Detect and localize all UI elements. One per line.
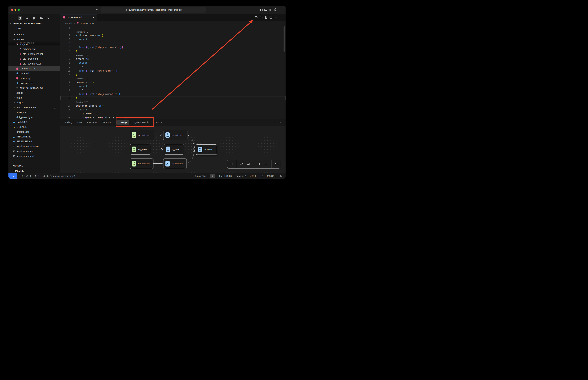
close-tab-icon[interactable] (92, 16, 95, 19)
lineage-node-stg-payments[interactable]: MDLstg_payments (163, 158, 187, 169)
tab-customers-sql[interactable]: customers.sql (61, 14, 97, 20)
tree-item-requirements-dev-txt[interactable]: requirements-dev.txt (8, 144, 60, 149)
tree-item-state[interactable]: state (8, 95, 60, 100)
minus-icon[interactable] (265, 163, 268, 166)
cursor-position-status[interactable]: Ln 16, Col 3 (219, 175, 232, 177)
tree-item-readme-md[interactable]: README.md (8, 134, 60, 139)
code-line-10[interactable]: 10 from {{ ref('stg_orders') }} (61, 69, 286, 73)
code-line-16[interactable]: 16), (61, 96, 286, 100)
lineage-node-raw-customers[interactable]: SEDraw_customers (130, 130, 154, 140)
activity-debug-button[interactable] (39, 16, 43, 20)
layout-split-icon[interactable] (269, 8, 272, 12)
code-line-8[interactable]: 8 select (61, 61, 286, 65)
lineage-canvas[interactable]: SEDraw_customersMDLstg_customersSEDraw_o… (61, 126, 286, 173)
code-line-12[interactable]: 12payments as ( (61, 80, 286, 84)
code-line-19[interactable]: 19 customer_id, (61, 112, 286, 116)
tree-item-dbt-project-yml[interactable]: dbt_project.yml (8, 115, 60, 120)
ports-status[interactable]: 0 (34, 175, 39, 177)
split-icon[interactable] (269, 16, 272, 19)
code-line-18[interactable]: 18 select (61, 108, 286, 112)
breadcrumb-file[interactable]: customers.sql (80, 22, 94, 24)
zoom-window-button[interactable] (18, 9, 20, 11)
lineage-node-stg-customers[interactable]: MDLstg_customers (163, 130, 187, 140)
tree-item-print-full-refresh-sql[interactable]: print_full_refresh._sql_ (8, 86, 60, 91)
language-mode-status[interactable]: MS SQL (267, 175, 276, 177)
code-line-15[interactable]: 15 from {{ ref('stg_payments') }} (61, 92, 286, 96)
activity-chevron-down-button[interactable] (46, 16, 51, 20)
eye-icon[interactable] (247, 163, 250, 166)
zoom-indicator[interactable] (210, 174, 215, 178)
notifications-bell[interactable] (280, 175, 283, 177)
tree-item-user-yml[interactable]: .user.yml (8, 110, 60, 115)
more-icon[interactable] (274, 16, 277, 19)
indentation-status[interactable]: Spaces: 2 (236, 175, 246, 177)
section-timeline[interactable]: TIMELINE (8, 168, 60, 173)
tree-item-env-conformance[interactable]: $.env.conformance (8, 105, 60, 110)
codelens-preview-cte[interactable]: Preview CTE (61, 77, 286, 80)
layout-sidebar-icon[interactable] (259, 8, 263, 12)
dbt-extension-status[interactable]: dbt Extension (unregistered) (42, 175, 75, 177)
codelens-preview-cte[interactable]: Preview CTE (61, 54, 286, 57)
panel-tab-output[interactable]: Output (155, 121, 162, 124)
code-line-7[interactable]: 7orders as ( (61, 57, 286, 61)
dbt-icon[interactable] (255, 16, 258, 19)
breadcrumb-folder[interactable]: models (65, 22, 72, 24)
tree-item-profiles-yml[interactable]: profiles.yml (8, 130, 60, 134)
lineage-node-stg-orders[interactable]: MDLstg_orders (164, 144, 184, 154)
activity-files-button[interactable] (18, 16, 22, 20)
code-line-20[interactable]: 20 min(order_date) as first_order, (61, 116, 286, 119)
code-line-2[interactable]: 2with customers as ( (61, 34, 286, 38)
close-window-button[interactable] (11, 9, 13, 11)
code-line-5[interactable]: 5 from {{ ref('stg_customers') }} (61, 45, 286, 49)
tree-item-models[interactable]: models (8, 37, 60, 42)
code-line-13[interactable]: 13 select (61, 84, 286, 89)
panel-tab-query-results[interactable]: Query Results (135, 121, 150, 124)
encoding-status[interactable]: UTF-8 (250, 175, 257, 177)
lineage-node-raw-orders[interactable]: SEDraw_orders (130, 144, 151, 154)
editor-scrollbar[interactable] (284, 26, 285, 52)
problems-status[interactable]: 0 0 (20, 175, 31, 177)
search-icon[interactable] (230, 163, 233, 166)
code-line-17[interactable]: 17customer_orders as ( (61, 104, 286, 108)
gear-icon[interactable] (274, 8, 277, 12)
tree-item-docs-md[interactable]: docs.md (8, 71, 60, 76)
tree-item-release-md[interactable]: RELEASE.md (8, 139, 60, 144)
panel-tab-terminal[interactable]: Terminal (102, 121, 111, 124)
tree-item-requirements-in[interactable]: requirements.in (8, 149, 60, 154)
code-line-9[interactable]: 9 * (61, 65, 286, 69)
back-icon[interactable] (96, 8, 99, 11)
code-line-6[interactable]: 6), (61, 49, 286, 54)
refresh-icon[interactable] (275, 163, 278, 166)
tree-item-dockerfile[interactable]: Dockerfile (8, 120, 60, 125)
query-preview-icon[interactable] (264, 16, 267, 19)
tree-item-stg-customers-sql[interactable]: stg_customers.sql (8, 52, 60, 57)
activity-source-control-button[interactable] (32, 16, 37, 20)
tree-item-schema-yml[interactable]: schema.yml (8, 47, 60, 52)
tree-root-jaffle-shop-duckdb[interactable]: JAFFLE_SHOP_DUCKDB (8, 21, 60, 26)
plus-icon[interactable] (258, 163, 261, 166)
command-center-search[interactable]: [Extension Development Host] jaffle_shop… (101, 7, 206, 13)
code-line-11[interactable]: 11), (61, 73, 286, 77)
codelens-preview-cte[interactable]: Preview CTE (61, 30, 286, 34)
minimize-window-button[interactable] (15, 9, 17, 11)
panel-tab-lineage[interactable]: Lineage (116, 120, 129, 125)
eol-status[interactable]: LF (261, 175, 263, 177)
section-outline[interactable]: OUTLINE (8, 163, 60, 168)
tree-item-staging[interactable]: staging (8, 42, 60, 47)
tree-item-stg-orders-sql[interactable]: stg_orders.sql (8, 56, 60, 61)
tree-item-target[interactable]: target (8, 100, 60, 105)
codelens-preview-cte[interactable]: Preview CTE (61, 100, 286, 104)
tree-item-requirements-txt[interactable]: requirements.txt (8, 154, 60, 159)
panel-tab-problems[interactable]: Problems (87, 121, 97, 124)
tree-item-customers-sql[interactable]: customers.sql (8, 66, 60, 71)
cursor-tab-status[interactable]: Cursor Tab (195, 175, 206, 177)
tree-item-macros[interactable]: macros (8, 32, 60, 37)
activity-search-button[interactable] (25, 16, 29, 20)
aperture-icon[interactable] (240, 163, 243, 166)
code-line-14[interactable]: 14 * (61, 88, 286, 92)
panel-tab-debug-console[interactable]: Debug Console (65, 121, 82, 124)
tree-item-seeds[interactable]: seeds (8, 91, 60, 95)
tree-item-stg-payments-sql[interactable]: stg_payments.sql (8, 61, 60, 66)
lineage-node-customers[interactable]: MDLcustomers (196, 144, 217, 155)
chevron-up-icon[interactable] (273, 121, 276, 124)
